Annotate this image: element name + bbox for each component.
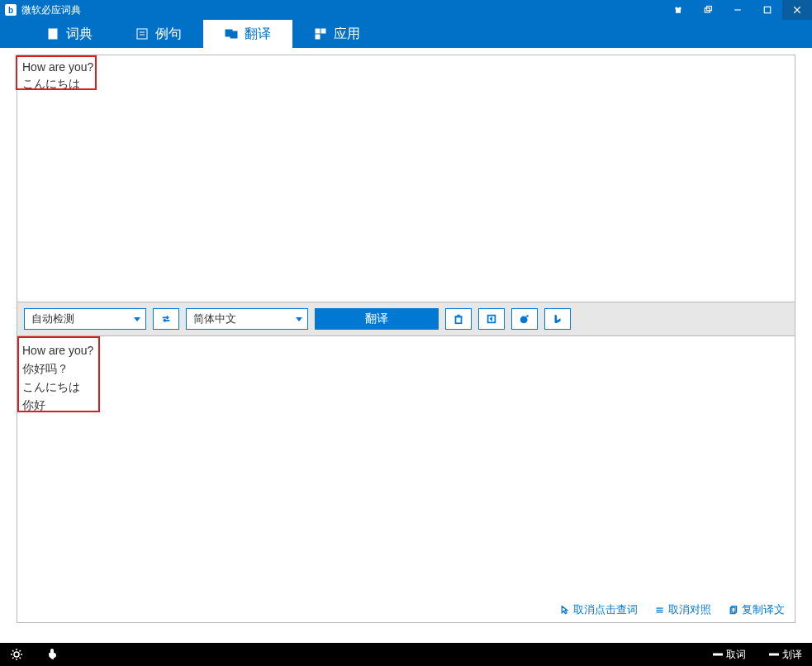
plugin-icon[interactable] <box>46 648 59 661</box>
input-pane: How are you?こんにちは <box>17 55 795 302</box>
svg-rect-14 <box>321 29 325 33</box>
translate-toolbar: 自动检测 简体中文 翻译 <box>17 302 795 335</box>
translate-button[interactable]: 翻译 <box>315 308 439 330</box>
tab-translate[interactable]: 翻译 <box>203 20 292 48</box>
minimize-button[interactable] <box>723 0 753 20</box>
bing-button[interactable] <box>544 308 571 330</box>
titlebar: b 微软必应词典 <box>0 0 812 20</box>
output-line: こんにちは <box>22 378 790 396</box>
translate-button-label: 翻译 <box>365 312 388 326</box>
save-button[interactable] <box>478 308 505 330</box>
cancel-compare-link[interactable]: 取消对照 <box>654 602 711 617</box>
settings-icon[interactable] <box>10 648 23 661</box>
svg-rect-13 <box>316 29 320 33</box>
output-line: How are you? <box>22 341 790 359</box>
cursor-icon <box>559 605 570 616</box>
svg-rect-28 <box>713 654 723 655</box>
workspace: How are you?こんにちは 自动检测 简体中文 翻译 <box>0 48 812 643</box>
compare-icon <box>654 605 665 616</box>
statusbar: 取词 划译 <box>0 643 812 666</box>
multi-window-icon[interactable] <box>693 0 723 20</box>
app-icon: b <box>5 4 17 16</box>
svg-rect-12 <box>230 31 237 38</box>
svg-point-21 <box>526 315 529 317</box>
maximize-button[interactable] <box>753 0 782 20</box>
list-icon <box>135 27 149 40</box>
clear-button[interactable] <box>445 308 472 330</box>
book-icon <box>46 27 59 40</box>
skin-icon[interactable] <box>663 0 693 20</box>
translation-output: How are you? 你好吗？ こんにちは 你好 <box>17 336 795 597</box>
svg-point-20 <box>520 316 528 324</box>
svg-rect-16 <box>456 316 462 323</box>
copy-translation-link[interactable]: 复制译文 <box>728 602 785 617</box>
output-line: 你好吗？ <box>22 359 790 378</box>
output-actions: 取消点击查词 取消对照 复制译文 <box>17 597 795 622</box>
svg-rect-15 <box>316 35 320 39</box>
nav-tabs: 词典 例句 翻译 应用 <box>0 20 812 48</box>
cancel-click-lookup-link[interactable]: 取消点击查词 <box>559 602 638 617</box>
chevron-down-icon <box>134 317 140 321</box>
apps-icon <box>314 27 327 40</box>
output-pane: How are you? 你好吗？ こんにちは 你好 取消点击查词 取消对照 复… <box>17 335 795 623</box>
weibo-share-button[interactable] <box>511 308 538 330</box>
output-line: 你好 <box>22 396 790 414</box>
source-language-label: 自动检测 <box>31 312 74 326</box>
translate-icon <box>225 27 238 40</box>
pick-word-toggle[interactable]: 取词 <box>713 648 746 662</box>
tab-dictionary[interactable]: 词典 <box>25 20 114 48</box>
chevron-down-icon <box>296 317 302 321</box>
tab-label: 翻译 <box>245 26 271 43</box>
svg-rect-8 <box>137 29 147 39</box>
swap-languages-button[interactable] <box>153 308 179 330</box>
close-button[interactable] <box>782 0 812 20</box>
svg-rect-3 <box>764 7 771 13</box>
tab-apps[interactable]: 应用 <box>292 20 382 48</box>
svg-point-27 <box>14 652 19 657</box>
target-language-select[interactable]: 简体中文 <box>186 308 308 330</box>
stroke-translate-toggle[interactable]: 划译 <box>769 648 802 662</box>
app-title: 微软必应词典 <box>21 3 81 17</box>
target-language-label: 简体中文 <box>193 312 236 326</box>
svg-rect-29 <box>769 654 779 655</box>
tab-label: 例句 <box>155 26 182 43</box>
tab-label: 词典 <box>66 26 93 43</box>
copy-icon <box>728 605 738 616</box>
source-text-input[interactable]: How are you?こんにちは <box>17 55 795 302</box>
source-language-select[interactable]: 自动检测 <box>24 308 146 330</box>
tab-label: 应用 <box>334 26 360 43</box>
tab-examples[interactable]: 例句 <box>114 20 203 48</box>
